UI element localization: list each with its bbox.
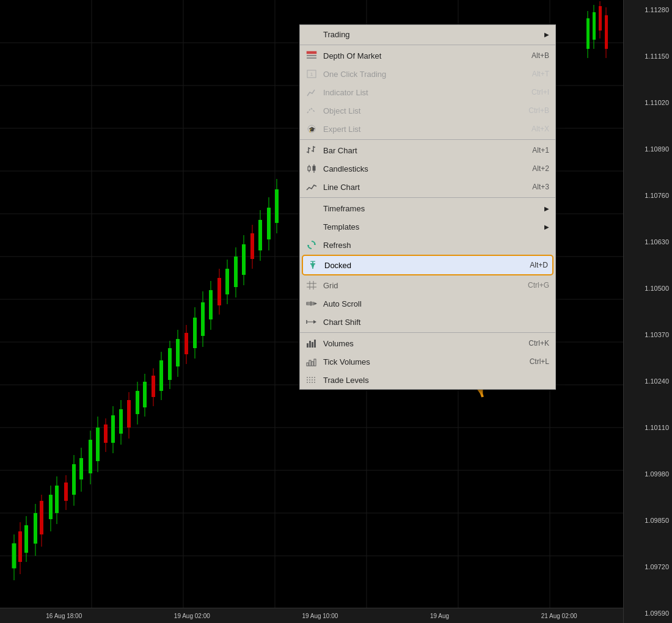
shortcut-dom: Alt+B	[531, 51, 549, 60]
ind-icon	[305, 86, 318, 98]
menu-label-timeframes: Timeframes	[323, 204, 539, 213]
pin-icon	[306, 259, 320, 271]
trading-icon	[305, 28, 318, 40]
separator-3	[300, 197, 555, 198]
svg-rect-119	[275, 189, 279, 223]
time-label-5: 21 Aug 02:00	[541, 613, 577, 619]
price-label-7: 1.10500	[627, 285, 669, 292]
time-label-2: 19 Aug 02:00	[174, 613, 210, 619]
svg-rect-50	[89, 440, 92, 473]
svg-rect-125	[593, 12, 596, 40]
timeframes-arrow: ▶	[544, 205, 549, 212]
tradelevel-icon	[305, 374, 318, 386]
svg-rect-147	[308, 167, 310, 170]
price-label-13: 1.09720	[627, 563, 669, 570]
time-axis: 16 Aug 18:00 19 Aug 02:00 19 Aug 10:00 1…	[0, 608, 623, 623]
menu-item-line-chart[interactable]: Line Chart Alt+3	[300, 178, 555, 196]
shortcut-oct: Alt+T	[532, 70, 549, 78]
separator-4	[300, 332, 555, 333]
svg-rect-173	[314, 340, 316, 348]
dom-icon	[305, 49, 318, 62]
svg-rect-110	[250, 233, 254, 259]
menu-item-trading[interactable]: Trading ▶	[300, 25, 555, 43]
menu-item-tick-volumes[interactable]: Tick Volumes Ctrl+L	[300, 352, 555, 371]
svg-rect-172	[312, 342, 313, 348]
shortcut-tickvol: Ctrl+L	[530, 357, 549, 366]
menu-item-docked[interactable]: Docked Alt+D	[302, 255, 553, 275]
svg-rect-136	[307, 57, 316, 59]
menu-item-templates[interactable]: Templates ▶	[300, 217, 555, 236]
menu-item-volumes[interactable]: Volumes Ctrl+K	[300, 334, 555, 352]
svg-rect-86	[184, 333, 188, 354]
menu-label-grid: Grid	[323, 281, 528, 290]
svg-rect-77	[159, 360, 163, 391]
separator-1	[300, 45, 555, 45]
shortcut-bar: Alt+1	[532, 146, 549, 155]
svg-rect-68	[136, 391, 139, 414]
menu-label-autoscroll: Auto Scroll	[323, 299, 549, 308]
price-label-6: 1.10630	[627, 238, 669, 246]
menu-label-dom: Depth Of Market	[323, 51, 531, 60]
autoscroll-icon	[305, 297, 318, 310]
price-label-11: 1.09980	[627, 470, 669, 478]
menu-item-chart-shift[interactable]: Chart Shift	[300, 313, 555, 331]
svg-rect-41	[64, 483, 68, 501]
separator-2	[300, 139, 555, 140]
svg-text:1: 1	[310, 71, 313, 77]
svg-rect-65	[127, 400, 131, 428]
price-label-9: 1.10240	[627, 377, 669, 385]
menu-label-bar: Bar Chart	[323, 146, 532, 155]
svg-rect-56	[104, 424, 108, 443]
menu-item-timeframes[interactable]: Timeframes ▶	[300, 199, 555, 217]
svg-rect-80	[168, 348, 172, 380]
svg-rect-89	[193, 318, 197, 348]
svg-rect-38	[55, 486, 59, 513]
menu-label-expert: Expert List	[323, 125, 531, 134]
svg-rect-20	[12, 544, 16, 568]
shortcut-candlesticks: Alt+2	[532, 164, 549, 173]
shortcut-indicator: Ctrl+I	[531, 88, 549, 97]
svg-rect-104	[234, 257, 238, 287]
svg-rect-53	[96, 428, 100, 461]
svg-rect-177	[314, 359, 316, 366]
shortcut-grid: Ctrl+G	[528, 281, 549, 290]
svg-rect-23	[18, 531, 22, 562]
svg-rect-44	[72, 464, 76, 495]
menu-item-refresh[interactable]: Refresh	[300, 236, 555, 254]
time-label-3: 19 Aug 10:00	[302, 613, 338, 619]
menu-item-object-list: Object List Ctrl+B	[300, 101, 555, 120]
oct-icon: 1	[305, 68, 318, 80]
svg-rect-32	[40, 501, 43, 534]
cand-icon	[305, 162, 318, 175]
svg-rect-101	[225, 269, 229, 294]
svg-rect-128	[599, 6, 602, 31]
line-icon	[305, 181, 318, 193]
menu-label-trading: Trading	[323, 30, 539, 39]
menu-item-bar-chart[interactable]: Bar Chart Alt+1	[300, 141, 555, 159]
menu-item-auto-scroll[interactable]: Auto Scroll	[300, 294, 555, 313]
price-label-3: 1.11020	[627, 99, 669, 106]
price-label-1: 1.11280	[627, 6, 669, 13]
bar-icon	[305, 144, 318, 156]
shortcut-line: Alt+3	[532, 183, 549, 191]
svg-rect-116	[267, 208, 271, 239]
exp-icon: 🎓	[305, 123, 318, 135]
menu-item-candlesticks[interactable]: Candlesticks Alt+2	[300, 159, 555, 178]
svg-rect-131	[605, 15, 608, 49]
trading-arrow: ▶	[544, 31, 549, 38]
svg-rect-35	[49, 495, 53, 519]
menu-item-trade-levels[interactable]: Trade Levels	[300, 371, 555, 389]
price-label-8: 1.10370	[627, 331, 669, 338]
templates-icon	[305, 220, 318, 233]
price-axis: 1.11280 1.11150 1.11020 1.10890 1.10760 …	[623, 0, 672, 623]
time-label-1: 16 Aug 18:00	[46, 613, 82, 619]
menu-item-depth-of-market[interactable]: Depth Of Market Alt+B	[300, 46, 555, 65]
svg-rect-134	[307, 51, 316, 54]
svg-rect-98	[217, 278, 221, 305]
price-label-14: 1.09590	[627, 610, 669, 617]
price-label-2: 1.11150	[627, 53, 669, 60]
menu-label-tickvol: Tick Volumes	[323, 357, 530, 366]
menu-label-indicator: Indicator List	[323, 88, 531, 97]
menu-item-grid[interactable]: Grid Ctrl+G	[300, 276, 555, 294]
menu-label-candlesticks: Candlesticks	[323, 164, 532, 173]
